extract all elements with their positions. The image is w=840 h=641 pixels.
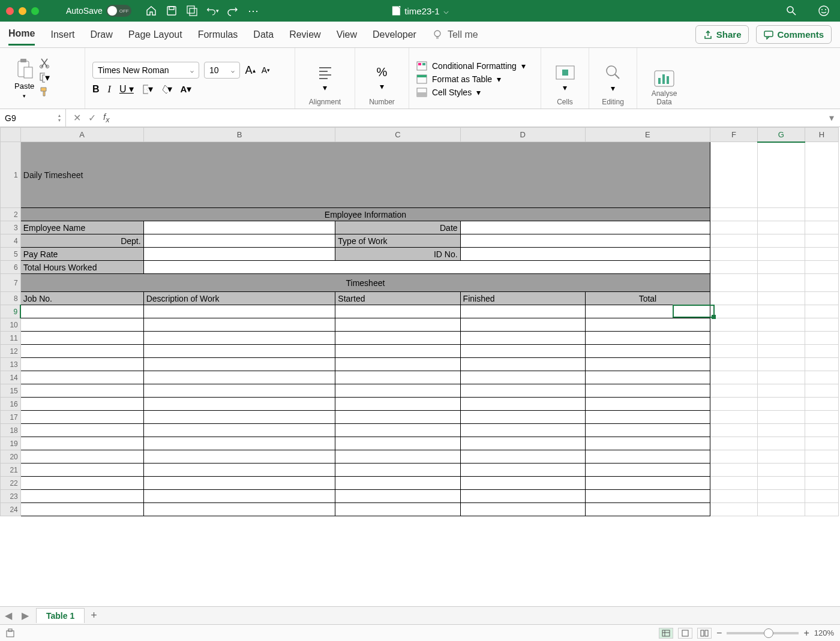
data-cell[interactable] [460,477,585,490]
row-4[interactable]: 4 [1,234,21,248]
data-cell[interactable] [20,358,143,371]
data-cell[interactable] [143,345,335,358]
number-format-button[interactable]: % ▾ [362,65,401,91]
label-date[interactable]: Date [335,221,460,234]
row-11[interactable]: 11 [1,332,21,345]
data-cell[interactable] [143,371,335,384]
data-cell[interactable] [335,464,460,477]
data-cell[interactable] [143,411,335,424]
col-jobno[interactable]: Job No. [20,292,143,305]
data-cell[interactable] [143,358,335,371]
data-cell[interactable] [143,437,335,450]
smile-icon[interactable] [817,4,830,17]
row-19[interactable]: 19 [1,437,21,450]
tab-review[interactable]: Review [289,25,320,45]
data-cell[interactable] [460,464,585,477]
zoom-value[interactable]: 120% [814,628,834,637]
cell-styles[interactable]: Cell Styles ▾ [416,86,533,99]
data-cell[interactable] [335,332,460,345]
zoom-out[interactable]: − [716,628,722,639]
data-cell[interactable] [460,332,585,345]
zoom-in[interactable]: + [803,628,809,639]
conditional-formatting[interactable]: Conditional Formatting ▾ [416,59,533,73]
label-id-no[interactable]: ID No. [335,248,460,261]
spreadsheet-grid[interactable]: A B C D E F G H 1 Daily Timesheet 2 Empl… [0,127,840,606]
tell-me[interactable]: Tell me [432,29,478,40]
data-cell[interactable] [143,490,335,503]
data-cell[interactable] [20,371,143,384]
tab-developer[interactable]: Developer [373,25,416,45]
sheet-tab[interactable]: Table 1 [36,608,85,623]
tab-view[interactable]: View [337,25,357,45]
paste-button[interactable]: Paste▾ [14,58,34,99]
data-cell[interactable] [585,464,710,477]
data-cell[interactable] [585,490,710,503]
tab-draw[interactable]: Draw [90,25,112,45]
data-cell[interactable] [460,345,585,358]
col-F[interactable]: F [710,128,758,142]
data-cell[interactable] [143,477,335,490]
data-cell[interactable] [20,477,143,490]
data-cell[interactable] [20,384,143,398]
data-cell[interactable] [20,411,143,424]
data-cell[interactable] [143,398,335,411]
data-cell[interactable] [460,437,585,450]
macro-record-icon[interactable] [6,628,17,638]
row-9[interactable]: 9 [1,305,21,318]
data-cell[interactable] [20,305,143,318]
data-cell[interactable] [460,450,585,464]
data-cell[interactable] [20,437,143,450]
row-1[interactable]: 1 [1,142,21,208]
label-total-hours[interactable]: Total Hours Worked [20,261,143,274]
italic-button[interactable]: I [108,84,111,95]
data-cell[interactable] [335,318,460,332]
row-18[interactable]: 18 [1,424,21,437]
autosave-toggle[interactable]: OFF [106,5,131,17]
row-13[interactable]: 13 [1,358,21,371]
row-14[interactable]: 14 [1,371,21,384]
data-cell[interactable] [585,411,710,424]
tab-formulas[interactable]: Formulas [198,25,238,45]
data-cell[interactable] [20,318,143,332]
col-G[interactable]: G [757,128,805,142]
row-20[interactable]: 20 [1,450,21,464]
underline-button[interactable]: U ▾ [119,83,134,95]
confirm-formula-icon[interactable]: ✓ [88,112,96,124]
col-B[interactable]: B [143,128,335,142]
data-cell[interactable] [585,305,710,318]
fill-color-button[interactable]: ▾ [161,84,172,95]
share-button[interactable]: Share [695,25,749,44]
maximize-window[interactable] [31,7,39,15]
row-6[interactable]: 6 [1,261,21,274]
row-22[interactable]: 22 [1,477,21,490]
label-type-work[interactable]: Type of Work [335,234,460,248]
undo-icon[interactable]: ▾ [206,4,219,17]
data-cell[interactable] [460,490,585,503]
data-cell[interactable] [335,358,460,371]
data-cell[interactable] [335,384,460,398]
cancel-formula-icon[interactable]: ✕ [73,112,81,124]
data-cell[interactable] [335,503,460,516]
tab-insert[interactable]: Insert [50,25,74,45]
tab-data[interactable]: Data [253,25,274,45]
row-17[interactable]: 17 [1,411,21,424]
data-cell[interactable] [585,318,710,332]
data-cell[interactable] [460,411,585,424]
col-total[interactable]: Total [585,292,710,305]
borders-button[interactable]: ▾ [142,84,153,95]
more-icon[interactable]: ⋯ [247,4,260,17]
select-all-corner[interactable] [1,128,21,142]
section-timesheet[interactable]: Timesheet [20,274,710,292]
title-cell[interactable]: Daily Timesheet [20,142,710,208]
fx-icon[interactable]: fx [103,112,109,124]
data-cell[interactable] [460,358,585,371]
row-15[interactable]: 15 [1,384,21,398]
data-cell[interactable] [20,503,143,516]
row-16[interactable]: 16 [1,398,21,411]
col-H[interactable]: H [805,128,838,142]
data-cell[interactable] [335,345,460,358]
next-sheet[interactable]: ▶ [17,610,34,621]
data-cell[interactable] [585,424,710,437]
data-cell[interactable] [585,503,710,516]
close-window[interactable] [6,7,14,15]
